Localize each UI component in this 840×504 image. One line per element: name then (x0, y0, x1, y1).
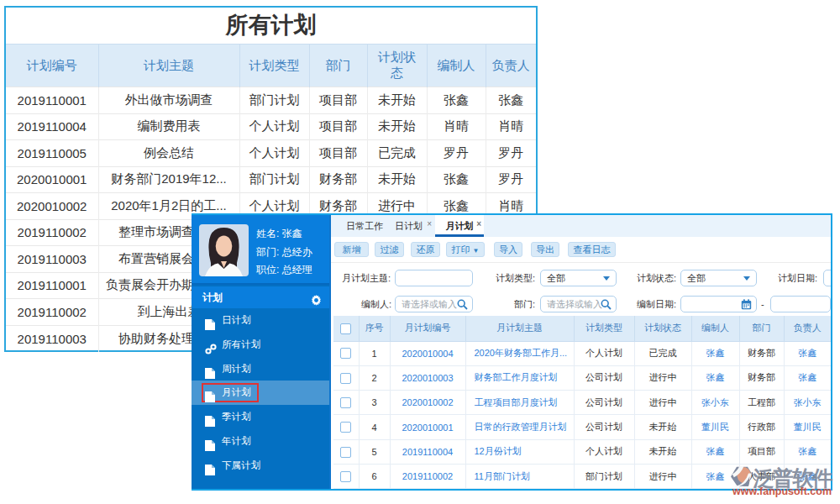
svg-text:www.fanpusoft.com: www.fanpusoft.com (732, 486, 832, 497)
